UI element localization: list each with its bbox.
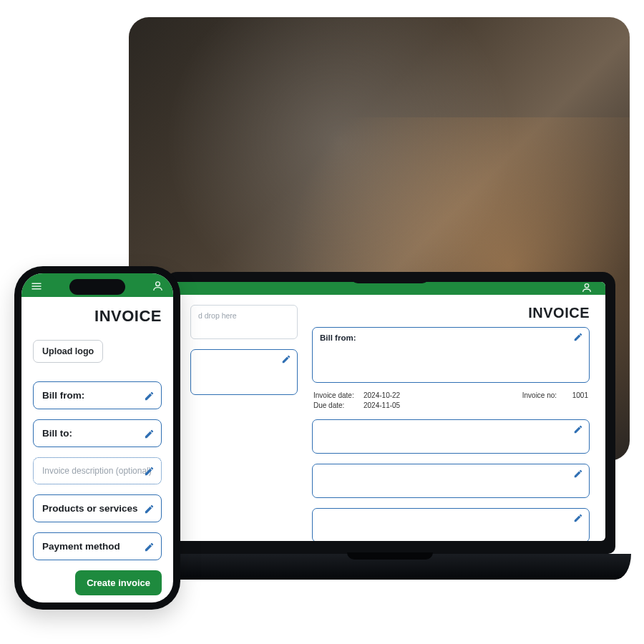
phone-screen: INVOICE Upload logo Bill from: Bill to: … xyxy=(21,273,173,602)
payment-method-card[interactable]: Payment method xyxy=(33,532,162,560)
pencil-icon[interactable] xyxy=(281,354,291,364)
invoice-no-value: 1001 xyxy=(572,391,588,409)
description-placeholder: Invoice description (optional) xyxy=(42,466,152,476)
pencil-icon[interactable] xyxy=(144,542,154,552)
products-card[interactable]: Products or services xyxy=(33,494,162,522)
payment-label: Payment method xyxy=(42,541,120,552)
bill-from-label: Bill from: xyxy=(42,390,84,401)
dropzone-hint: d drop here xyxy=(198,311,237,320)
invoice-title: INVOICE xyxy=(33,307,162,326)
pencil-icon[interactable] xyxy=(144,504,154,514)
pencil-icon[interactable] xyxy=(144,391,154,401)
pencil-icon[interactable] xyxy=(573,469,583,479)
products-label: Products or services xyxy=(42,503,138,514)
pencil-icon[interactable] xyxy=(144,466,154,476)
svg-point-4 xyxy=(156,282,160,286)
pencil-icon[interactable] xyxy=(573,424,583,434)
laptop-card-3[interactable] xyxy=(312,464,590,498)
invoice-date-label: Invoice date: xyxy=(313,391,358,399)
phone-mockup: INVOICE Upload logo Bill from: Bill to: … xyxy=(14,266,180,610)
bill-from-card[interactable]: Bill from: xyxy=(312,327,590,383)
pencil-icon[interactable] xyxy=(573,513,583,523)
upload-logo-button[interactable]: Upload logo xyxy=(33,340,103,363)
dynamic-island xyxy=(69,279,125,295)
invoice-no-label: Invoice no: xyxy=(522,391,567,409)
menu-icon[interactable] xyxy=(30,280,43,293)
logo-dropzone[interactable]: d drop here xyxy=(190,305,298,339)
create-invoice-button[interactable]: Create invoice xyxy=(75,570,162,595)
bill-to-card[interactable]: Bill to: xyxy=(33,419,162,447)
laptop-mockup: d drop here INVOICE Bill from: xyxy=(165,272,615,580)
svg-point-0 xyxy=(585,284,588,288)
invoice-description-card[interactable]: Invoice description (optional) xyxy=(33,457,162,484)
bill-from-label: Bill from: xyxy=(320,333,356,342)
laptop-card-2[interactable] xyxy=(312,419,590,454)
laptop-card-4[interactable] xyxy=(312,508,590,541)
invoice-date-value: 2024-10-22 xyxy=(364,391,400,399)
invoice-meta: Invoice date: 2024-10-22 Due date: 2024-… xyxy=(312,391,590,409)
invoice-title: INVOICE xyxy=(312,305,590,321)
pencil-icon[interactable] xyxy=(144,429,154,439)
due-date-value: 2024-11-05 xyxy=(364,401,400,409)
pencil-icon[interactable] xyxy=(573,332,583,342)
bill-from-card[interactable]: Bill from: xyxy=(33,381,162,409)
due-date-label: Due date: xyxy=(313,401,358,409)
laptop-card-1[interactable] xyxy=(190,349,298,395)
user-icon[interactable] xyxy=(152,280,165,293)
user-icon[interactable] xyxy=(581,282,594,295)
laptop-topbar xyxy=(175,282,605,295)
bill-to-label: Bill to: xyxy=(42,428,72,439)
laptop-screen: d drop here INVOICE Bill from: xyxy=(175,282,605,541)
